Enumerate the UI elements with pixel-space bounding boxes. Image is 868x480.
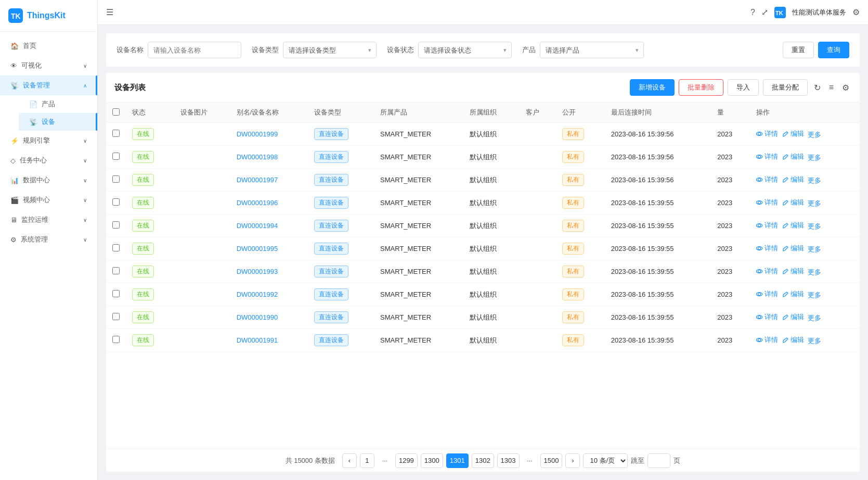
- op-edit-link[interactable]: 编辑: [782, 129, 804, 138]
- device-name-link[interactable]: DW00001991: [237, 336, 278, 344]
- op-detail-link[interactable]: 详情: [756, 175, 778, 184]
- op-more-link[interactable]: 更多: [808, 222, 821, 231]
- menu-toggle-icon[interactable]: ☰: [106, 7, 113, 17]
- batch-assign-button[interactable]: 批量分配: [763, 79, 808, 96]
- help-icon[interactable]: ?: [750, 8, 755, 17]
- sidebar-item-monitor[interactable]: 🖥 监控运维 ∨: [0, 210, 97, 230]
- device-type-select[interactable]: 请选择设备类型: [283, 42, 377, 58]
- device-name-link[interactable]: DW00001990: [237, 313, 278, 321]
- op-detail-link[interactable]: 详情: [756, 244, 778, 253]
- settings-icon[interactable]: ⚙: [852, 7, 860, 17]
- sidebar-item-home[interactable]: 🏠 首页: [0, 36, 97, 56]
- device-name-link[interactable]: DW00001994: [237, 222, 278, 230]
- settings-table-icon[interactable]: ⚙: [840, 81, 851, 95]
- op-edit-link[interactable]: 编辑: [782, 244, 804, 253]
- op-edit-link[interactable]: 编辑: [782, 335, 804, 345]
- op-more-link[interactable]: 更多: [808, 153, 821, 162]
- sidebar-item-visualization[interactable]: 👁 可视化 ∨: [0, 56, 97, 75]
- op-edit-link[interactable]: 编辑: [782, 152, 804, 161]
- op-more-link[interactable]: 更多: [808, 130, 821, 140]
- row-checkbox[interactable]: [112, 290, 120, 297]
- add-device-button[interactable]: 新增设备: [630, 79, 675, 96]
- device-status-select[interactable]: 请选择设备状态: [418, 42, 512, 58]
- op-edit-link[interactable]: 编辑: [782, 221, 804, 230]
- op-more-link[interactable]: 更多: [808, 313, 821, 323]
- op-detail-link[interactable]: 详情: [756, 129, 778, 138]
- page-1500-button[interactable]: 1500: [540, 453, 563, 468]
- op-detail-link[interactable]: 详情: [756, 312, 778, 322]
- status-badge: 在线: [132, 334, 154, 346]
- row-checkbox[interactable]: [112, 221, 120, 229]
- op-detail-link[interactable]: 详情: [756, 289, 778, 299]
- row-device-type: 直连设备: [308, 329, 374, 352]
- row-checkbox[interactable]: [112, 244, 120, 251]
- device-name-link[interactable]: DW00001998: [237, 153, 278, 161]
- op-more-link[interactable]: 更多: [808, 176, 821, 185]
- public-badge: 私有: [562, 128, 584, 140]
- op-more-link[interactable]: 更多: [808, 199, 821, 208]
- row-checkbox[interactable]: [112, 336, 120, 343]
- row-checkbox[interactable]: [112, 313, 120, 320]
- row-checkbox[interactable]: [112, 153, 120, 160]
- op-edit-link[interactable]: 编辑: [782, 289, 804, 299]
- row-checkbox[interactable]: [112, 267, 120, 274]
- page-prev-button[interactable]: ‹: [342, 453, 357, 468]
- device-name-link[interactable]: DW00001993: [237, 268, 278, 275]
- op-more-link[interactable]: 更多: [808, 290, 821, 300]
- op-more-link[interactable]: 更多: [808, 245, 821, 254]
- row-checkbox[interactable]: [112, 175, 120, 183]
- sidebar-item-sys-mgmt[interactable]: ⚙ 系统管理 ∨: [0, 230, 97, 249]
- row-image: [174, 146, 230, 169]
- op-detail-link[interactable]: 详情: [756, 267, 778, 276]
- row-name: DW00001994: [230, 214, 308, 237]
- refresh-icon[interactable]: ↻: [812, 81, 823, 95]
- row-checkbox[interactable]: [112, 198, 120, 206]
- sidebar-item-data-center[interactable]: 📊 数据中心 ∨: [0, 170, 97, 190]
- op-detail-link[interactable]: 详情: [756, 221, 778, 230]
- page-next-button[interactable]: ›: [565, 453, 580, 468]
- device-name-link[interactable]: DW00001995: [237, 245, 278, 252]
- reset-button[interactable]: 重置: [783, 42, 814, 58]
- page-1299-button[interactable]: 1299: [395, 453, 418, 468]
- page-1300-button[interactable]: 1300: [421, 453, 443, 468]
- sidebar-item-task-center[interactable]: ◇ 任务中心 ∨: [0, 150, 97, 170]
- page-1302-button[interactable]: 1302: [472, 453, 494, 468]
- columns-icon[interactable]: ≡: [827, 81, 836, 94]
- op-more-link[interactable]: 更多: [808, 336, 821, 346]
- row-device-type: 直连设备: [308, 283, 374, 306]
- op-edit-link[interactable]: 编辑: [782, 312, 804, 322]
- sidebar-item-video-center[interactable]: 🎬 视频中心 ∨: [0, 190, 97, 210]
- sidebar-item-product[interactable]: 📄 产品: [19, 95, 97, 113]
- svg-text:TK: TK: [775, 10, 783, 16]
- batch-delete-button[interactable]: 批量删除: [679, 79, 723, 96]
- per-page-select[interactable]: 10 条/页 20 条/页 50 条/页: [583, 453, 628, 468]
- row-checkbox[interactable]: [112, 130, 120, 137]
- device-name-link[interactable]: DW00001996: [237, 199, 278, 207]
- page-1301-button[interactable]: 1301: [446, 453, 469, 468]
- page-1303-button[interactable]: 1303: [497, 453, 520, 468]
- op-more-link[interactable]: 更多: [808, 268, 821, 277]
- table-row: 在线 DW00001991 直连设备 SMART_METER 默认组织 私有 2…: [106, 329, 860, 352]
- op-detail-link[interactable]: 详情: [756, 335, 778, 345]
- fullscreen-icon[interactable]: ⤢: [761, 7, 768, 17]
- goto-input[interactable]: [647, 453, 670, 468]
- select-all-checkbox[interactable]: [112, 108, 120, 116]
- op-detail-link[interactable]: 详情: [756, 198, 778, 207]
- op-edit-link[interactable]: 编辑: [782, 175, 804, 184]
- sidebar-item-device-mgmt[interactable]: 📡 设备管理 ∧: [0, 75, 97, 95]
- op-edit-link[interactable]: 编辑: [782, 198, 804, 207]
- device-name-link[interactable]: DW00001999: [237, 130, 278, 138]
- sidebar-item-device[interactable]: 📡 设备: [19, 113, 97, 131]
- device-name-input[interactable]: [148, 42, 241, 58]
- row-image: [174, 214, 230, 237]
- op-detail-link[interactable]: 详情: [756, 152, 778, 161]
- device-name-link[interactable]: DW00001997: [237, 176, 278, 184]
- th-org: 所属组织: [463, 103, 519, 123]
- op-edit-link[interactable]: 编辑: [782, 267, 804, 276]
- device-name-link[interactable]: DW00001992: [237, 290, 278, 298]
- sidebar-item-rule-engine[interactable]: ⚡ 规则引擎 ∨: [0, 131, 97, 150]
- query-button[interactable]: 查询: [818, 42, 849, 58]
- import-button[interactable]: 导入: [728, 79, 759, 96]
- product-select[interactable]: 请选择产品: [540, 42, 644, 58]
- page-1-button[interactable]: 1: [360, 453, 374, 468]
